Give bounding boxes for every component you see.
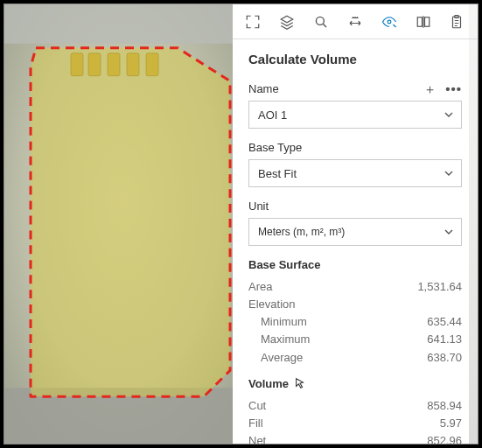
clipboard-tool[interactable] <box>442 7 472 37</box>
volume-heading: Volume <box>248 377 289 390</box>
svg-point-11 <box>388 20 391 24</box>
avg-value: 638.70 <box>427 349 462 367</box>
name-label: Name <box>248 82 279 95</box>
min-value: 635.44 <box>427 313 462 331</box>
view-3d-tool[interactable] <box>374 7 404 37</box>
svg-rect-2 <box>4 4 241 44</box>
fill-label: Fill <box>248 415 263 432</box>
cursor-icon <box>294 377 306 389</box>
panel-title: Calculate Volume <box>248 52 462 66</box>
net-label: Net <box>248 432 266 444</box>
base-type-label: Base Type <box>248 141 302 154</box>
svg-rect-13 <box>424 17 429 26</box>
unit-label: Unit <box>248 200 269 213</box>
avg-label: Average <box>261 349 303 367</box>
net-value: 852.96 <box>427 432 462 444</box>
elevation-label: Elevation <box>248 296 295 313</box>
aoi-options-icon[interactable]: ••• <box>445 82 462 95</box>
svg-rect-12 <box>417 17 422 26</box>
max-value: 641.13 <box>427 331 462 348</box>
base-surface-heading: Base Surface <box>248 258 462 271</box>
search-tool[interactable] <box>306 7 336 37</box>
compare-tool[interactable] <box>409 7 438 37</box>
measure-tool[interactable] <box>340 7 370 37</box>
chevron-down-icon <box>444 109 454 120</box>
unit-value: Meters (m, m², m³) <box>258 226 345 238</box>
extent-tool[interactable] <box>238 7 268 37</box>
calculate-volume-panel: Calculate Volume Name ＋ ••• AOI 1 <box>233 39 478 444</box>
max-label: Maximum <box>261 331 310 348</box>
svg-point-10 <box>316 17 324 24</box>
chevron-down-icon <box>444 227 454 237</box>
name-select-value: AOI 1 <box>258 108 287 122</box>
cut-value: 858.94 <box>427 397 462 415</box>
unit-select[interactable]: Meters (m, m², m³) <box>248 218 462 246</box>
toolbar <box>233 4 478 39</box>
layers-tool[interactable] <box>272 7 302 37</box>
area-value: 1,531.64 <box>417 278 462 296</box>
base-type-select[interactable]: Best Fit <box>248 159 462 187</box>
min-label: Minimum <box>261 313 307 331</box>
base-type-value: Best Fit <box>258 167 297 180</box>
map-canvas[interactable] <box>4 4 241 444</box>
add-aoi-icon[interactable]: ＋ <box>423 82 437 95</box>
cut-label: Cut <box>248 397 266 415</box>
chevron-down-icon <box>444 168 454 178</box>
fill-value: 5.97 <box>440 415 462 432</box>
aoi-polygon[interactable] <box>31 48 230 396</box>
area-label: Area <box>248 278 272 296</box>
name-select[interactable]: AOI 1 <box>248 101 462 129</box>
